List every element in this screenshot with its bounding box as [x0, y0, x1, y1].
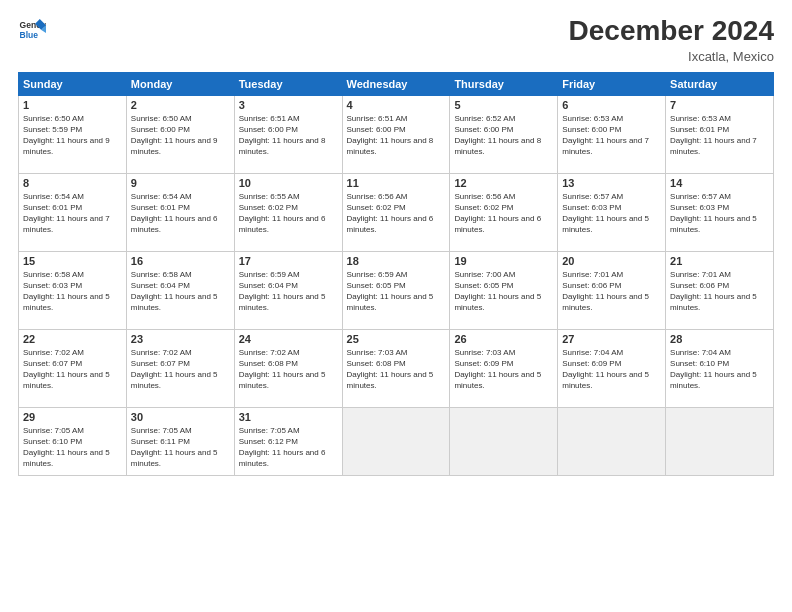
- day-number: 24: [239, 333, 338, 345]
- svg-text:Blue: Blue: [20, 30, 39, 40]
- day-info: Sunrise: 7:02 AMSunset: 6:07 PMDaylight:…: [23, 347, 122, 392]
- subtitle: Ixcatla, Mexico: [569, 49, 774, 64]
- day-number: 16: [131, 255, 230, 267]
- day-info: Sunrise: 6:53 AMSunset: 6:01 PMDaylight:…: [670, 113, 769, 158]
- col-header-sunday: Sunday: [19, 72, 127, 95]
- day-number: 30: [131, 411, 230, 423]
- calendar-cell: 25Sunrise: 7:03 AMSunset: 6:08 PMDayligh…: [342, 329, 450, 407]
- day-info: Sunrise: 7:04 AMSunset: 6:09 PMDaylight:…: [562, 347, 661, 392]
- main-title: December 2024: [569, 16, 774, 47]
- calendar-cell: 30Sunrise: 7:05 AMSunset: 6:11 PMDayligh…: [126, 407, 234, 475]
- day-number: 20: [562, 255, 661, 267]
- title-block: December 2024 Ixcatla, Mexico: [569, 16, 774, 64]
- day-info: Sunrise: 6:59 AMSunset: 6:05 PMDaylight:…: [347, 269, 446, 314]
- day-info: Sunrise: 7:04 AMSunset: 6:10 PMDaylight:…: [670, 347, 769, 392]
- calendar-cell: [666, 407, 774, 475]
- day-number: 19: [454, 255, 553, 267]
- day-number: 25: [347, 333, 446, 345]
- calendar-cell: 18Sunrise: 6:59 AMSunset: 6:05 PMDayligh…: [342, 251, 450, 329]
- col-header-wednesday: Wednesday: [342, 72, 450, 95]
- col-header-saturday: Saturday: [666, 72, 774, 95]
- day-number: 26: [454, 333, 553, 345]
- day-number: 23: [131, 333, 230, 345]
- day-info: Sunrise: 6:59 AMSunset: 6:04 PMDaylight:…: [239, 269, 338, 314]
- day-info: Sunrise: 7:00 AMSunset: 6:05 PMDaylight:…: [454, 269, 553, 314]
- calendar-cell: 24Sunrise: 7:02 AMSunset: 6:08 PMDayligh…: [234, 329, 342, 407]
- day-info: Sunrise: 6:55 AMSunset: 6:02 PMDaylight:…: [239, 191, 338, 236]
- calendar-cell: 9Sunrise: 6:54 AMSunset: 6:01 PMDaylight…: [126, 173, 234, 251]
- calendar-cell: [558, 407, 666, 475]
- calendar-cell: 15Sunrise: 6:58 AMSunset: 6:03 PMDayligh…: [19, 251, 127, 329]
- day-info: Sunrise: 7:02 AMSunset: 6:07 PMDaylight:…: [131, 347, 230, 392]
- day-info: Sunrise: 7:05 AMSunset: 6:12 PMDaylight:…: [239, 425, 338, 470]
- logo: General Blue: [18, 16, 46, 44]
- day-number: 22: [23, 333, 122, 345]
- day-number: 18: [347, 255, 446, 267]
- calendar-cell: 10Sunrise: 6:55 AMSunset: 6:02 PMDayligh…: [234, 173, 342, 251]
- calendar-cell: 14Sunrise: 6:57 AMSunset: 6:03 PMDayligh…: [666, 173, 774, 251]
- day-number: 4: [347, 99, 446, 111]
- calendar-cell: 2Sunrise: 6:50 AMSunset: 6:00 PMDaylight…: [126, 95, 234, 173]
- day-number: 8: [23, 177, 122, 189]
- day-number: 15: [23, 255, 122, 267]
- day-number: 7: [670, 99, 769, 111]
- calendar-cell: 22Sunrise: 7:02 AMSunset: 6:07 PMDayligh…: [19, 329, 127, 407]
- day-info: Sunrise: 7:02 AMSunset: 6:08 PMDaylight:…: [239, 347, 338, 392]
- day-info: Sunrise: 7:01 AMSunset: 6:06 PMDaylight:…: [670, 269, 769, 314]
- day-info: Sunrise: 6:50 AMSunset: 6:00 PMDaylight:…: [131, 113, 230, 158]
- col-header-thursday: Thursday: [450, 72, 558, 95]
- day-number: 17: [239, 255, 338, 267]
- day-info: Sunrise: 6:56 AMSunset: 6:02 PMDaylight:…: [454, 191, 553, 236]
- day-info: Sunrise: 7:05 AMSunset: 6:11 PMDaylight:…: [131, 425, 230, 470]
- calendar-cell: 21Sunrise: 7:01 AMSunset: 6:06 PMDayligh…: [666, 251, 774, 329]
- calendar-cell: 1Sunrise: 6:50 AMSunset: 5:59 PMDaylight…: [19, 95, 127, 173]
- day-number: 31: [239, 411, 338, 423]
- calendar-cell: 31Sunrise: 7:05 AMSunset: 6:12 PMDayligh…: [234, 407, 342, 475]
- calendar-cell: 16Sunrise: 6:58 AMSunset: 6:04 PMDayligh…: [126, 251, 234, 329]
- calendar-cell: 23Sunrise: 7:02 AMSunset: 6:07 PMDayligh…: [126, 329, 234, 407]
- col-header-monday: Monday: [126, 72, 234, 95]
- calendar-cell: 29Sunrise: 7:05 AMSunset: 6:10 PMDayligh…: [19, 407, 127, 475]
- day-info: Sunrise: 7:03 AMSunset: 6:09 PMDaylight:…: [454, 347, 553, 392]
- calendar-cell: 20Sunrise: 7:01 AMSunset: 6:06 PMDayligh…: [558, 251, 666, 329]
- day-info: Sunrise: 6:58 AMSunset: 6:03 PMDaylight:…: [23, 269, 122, 314]
- day-number: 11: [347, 177, 446, 189]
- day-info: Sunrise: 7:01 AMSunset: 6:06 PMDaylight:…: [562, 269, 661, 314]
- day-info: Sunrise: 6:51 AMSunset: 6:00 PMDaylight:…: [347, 113, 446, 158]
- calendar-cell: 19Sunrise: 7:00 AMSunset: 6:05 PMDayligh…: [450, 251, 558, 329]
- day-number: 10: [239, 177, 338, 189]
- day-number: 6: [562, 99, 661, 111]
- col-header-tuesday: Tuesday: [234, 72, 342, 95]
- logo-icon: General Blue: [18, 16, 46, 44]
- calendar-cell: 4Sunrise: 6:51 AMSunset: 6:00 PMDaylight…: [342, 95, 450, 173]
- calendar-cell: 12Sunrise: 6:56 AMSunset: 6:02 PMDayligh…: [450, 173, 558, 251]
- day-info: Sunrise: 6:58 AMSunset: 6:04 PMDaylight:…: [131, 269, 230, 314]
- day-info: Sunrise: 6:54 AMSunset: 6:01 PMDaylight:…: [131, 191, 230, 236]
- calendar-cell: 6Sunrise: 6:53 AMSunset: 6:00 PMDaylight…: [558, 95, 666, 173]
- day-info: Sunrise: 6:50 AMSunset: 5:59 PMDaylight:…: [23, 113, 122, 158]
- calendar-cell: 26Sunrise: 7:03 AMSunset: 6:09 PMDayligh…: [450, 329, 558, 407]
- calendar-cell: 3Sunrise: 6:51 AMSunset: 6:00 PMDaylight…: [234, 95, 342, 173]
- day-info: Sunrise: 7:05 AMSunset: 6:10 PMDaylight:…: [23, 425, 122, 470]
- day-number: 27: [562, 333, 661, 345]
- day-info: Sunrise: 6:53 AMSunset: 6:00 PMDaylight:…: [562, 113, 661, 158]
- day-number: 9: [131, 177, 230, 189]
- calendar-cell: 5Sunrise: 6:52 AMSunset: 6:00 PMDaylight…: [450, 95, 558, 173]
- day-number: 21: [670, 255, 769, 267]
- day-number: 2: [131, 99, 230, 111]
- calendar-cell: 11Sunrise: 6:56 AMSunset: 6:02 PMDayligh…: [342, 173, 450, 251]
- day-info: Sunrise: 6:51 AMSunset: 6:00 PMDaylight:…: [239, 113, 338, 158]
- header: General Blue December 2024 Ixcatla, Mexi…: [18, 16, 774, 64]
- day-number: 13: [562, 177, 661, 189]
- calendar-cell: 27Sunrise: 7:04 AMSunset: 6:09 PMDayligh…: [558, 329, 666, 407]
- calendar-cell: [342, 407, 450, 475]
- day-info: Sunrise: 6:57 AMSunset: 6:03 PMDaylight:…: [562, 191, 661, 236]
- col-header-friday: Friday: [558, 72, 666, 95]
- day-number: 29: [23, 411, 122, 423]
- day-number: 14: [670, 177, 769, 189]
- calendar-cell: 7Sunrise: 6:53 AMSunset: 6:01 PMDaylight…: [666, 95, 774, 173]
- calendar-cell: 8Sunrise: 6:54 AMSunset: 6:01 PMDaylight…: [19, 173, 127, 251]
- page: General Blue December 2024 Ixcatla, Mexi…: [0, 0, 792, 612]
- day-number: 3: [239, 99, 338, 111]
- day-info: Sunrise: 6:54 AMSunset: 6:01 PMDaylight:…: [23, 191, 122, 236]
